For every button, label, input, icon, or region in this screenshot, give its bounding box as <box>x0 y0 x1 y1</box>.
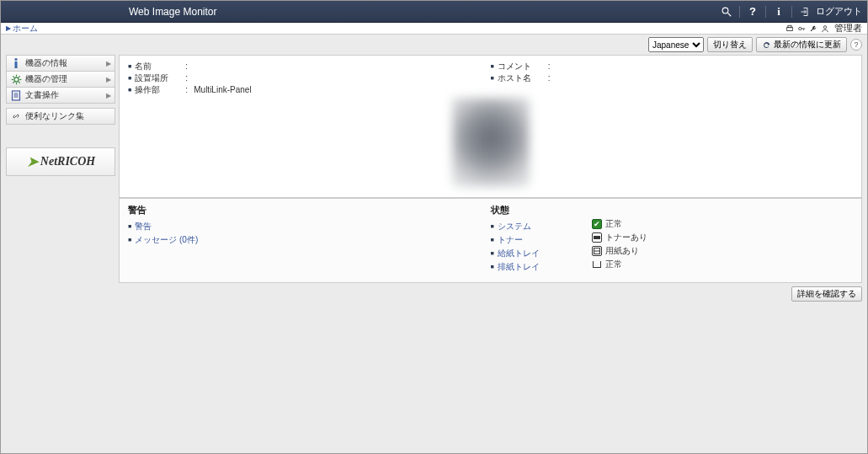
header-actions: ? i ログアウト <box>719 4 867 19</box>
status-title: 状態 <box>491 204 592 216</box>
main: ■名前: ■設置場所: ■操作部:MultiLink-Panel ■コメント: … <box>119 55 867 453</box>
app-window: Web Image Monitor ? i ログアウト ▶ ホーム <box>0 0 868 454</box>
kv-row: ■ホスト名: <box>491 72 854 84</box>
status-states: ✔ 正常 トナーあり 用 <box>592 204 647 274</box>
alerts-title: 警告 <box>128 204 491 216</box>
state-label: 正常 <box>605 217 622 231</box>
alert-messages-link[interactable]: ■メッセージ (0件) <box>128 233 491 247</box>
kv-row: ■操作部:MultiLink-Panel <box>128 84 491 96</box>
info-icon[interactable]: i <box>771 4 786 19</box>
divider <box>739 6 740 18</box>
status-col: 状態 ■システム ■トナー ■給紙トレイ ■排紙トレイ ✔ 正常 <box>491 204 854 274</box>
sidebar-item-label: 便利なリンク集 <box>25 110 84 122</box>
svg-rect-3 <box>788 25 791 28</box>
info-col-left: ■名前: ■設置場所: ■操作部:MultiLink-Panel <box>128 61 491 96</box>
sidebar: 機器の情報 ▶ 機器の管理 ▶ 文書操作 ▶ <box>1 55 119 453</box>
status-ok-icon: ✔ <box>592 219 602 229</box>
alerts-col: 警告 ■警告 ■メッセージ (0件) <box>128 204 491 274</box>
status-system-link[interactable]: ■システム <box>491 220 592 233</box>
svg-point-8 <box>14 58 17 61</box>
svg-rect-23 <box>594 236 600 239</box>
state-label: 正常 <box>605 258 622 271</box>
info-columns: ■名前: ■設置場所: ■操作部:MultiLink-Panel ■コメント: … <box>128 61 853 96</box>
kv-key: ホスト名 <box>498 72 548 84</box>
brand-logo[interactable]: ➤ NetRICOH <box>6 147 115 176</box>
switch-button[interactable]: 切り替え <box>707 37 753 52</box>
state-row: 正常 <box>592 258 647 271</box>
info-col-right: ■コメント: ■ホスト名: <box>491 61 854 96</box>
kv-row: ■設置場所: <box>128 72 491 84</box>
device-image <box>452 98 530 187</box>
details-button[interactable]: 詳細を確認する <box>791 286 862 302</box>
svg-rect-9 <box>15 61 18 68</box>
svg-point-4 <box>799 27 801 29</box>
state-row: 用紙あり <box>592 244 647 258</box>
state-label: 用紙あり <box>605 244 639 258</box>
sidebar-item-device-info[interactable]: 機器の情報 ▶ <box>6 55 115 72</box>
svg-point-10 <box>13 77 18 81</box>
swoosh-icon: ➤ <box>26 152 39 171</box>
kv-key: 設置場所 <box>135 72 185 84</box>
wrench-icon[interactable] <box>809 24 817 33</box>
breadcrumb[interactable]: ▶ ホーム <box>1 23 38 35</box>
status-input-tray-link[interactable]: ■給紙トレイ <box>491 247 592 260</box>
footer-row: 詳細を確認する <box>119 283 862 302</box>
logout-link[interactable]: ログアウト <box>797 4 862 19</box>
sidebar-item-label: 機器の管理 <box>25 73 67 85</box>
info-icon <box>10 57 22 69</box>
svg-line-16 <box>19 82 19 83</box>
state-label: トナーあり <box>605 231 647 244</box>
alert-link[interactable]: ■警告 <box>128 220 491 233</box>
breadcrumb-arrow-icon: ▶ <box>6 24 11 32</box>
toolbar: Japanese 切り替え 最新の情報に更新 ? <box>1 35 867 55</box>
toolbar-help-icon[interactable]: ? <box>850 39 862 51</box>
body: 機器の情報 ▶ 機器の管理 ▶ 文書操作 ▶ <box>1 55 867 453</box>
refresh-icon <box>762 40 771 50</box>
key-icon[interactable] <box>797 24 806 33</box>
status-toner-link[interactable]: ■トナー <box>491 233 592 247</box>
user-icon[interactable] <box>821 24 829 33</box>
brand-logo-text: NetRICOH <box>40 155 95 168</box>
toner-icon <box>592 232 602 243</box>
kv-key: 操作部 <box>135 84 185 96</box>
details-label: 詳細を確認する <box>797 288 856 300</box>
divider <box>791 6 792 18</box>
kv-row: ■コメント: <box>491 61 854 72</box>
paper-icon <box>592 246 602 256</box>
kv-key: コメント <box>498 61 548 72</box>
header-bar: Web Image Monitor ? i ログアウト <box>1 1 867 23</box>
state-row: ✔ 正常 <box>592 217 647 231</box>
user-row: 管理者 <box>785 22 867 35</box>
sidebar-item-document[interactable]: 文書操作 ▶ <box>6 87 115 104</box>
chevron-right-icon: ▶ <box>106 76 111 83</box>
chevron-right-icon: ▶ <box>106 60 111 67</box>
help-icon[interactable]: ? <box>745 4 760 19</box>
subheader: ▶ ホーム 管理者 <box>1 23 867 35</box>
print-icon[interactable] <box>785 24 794 33</box>
chevron-right-icon: ▶ <box>106 92 111 99</box>
app-title: Web Image Monitor <box>129 6 217 18</box>
sidebar-item-links[interactable]: 便利なリンク集 <box>6 108 115 125</box>
sidebar-item-device-manage[interactable]: 機器の管理 ▶ <box>6 71 115 88</box>
status-panel: 警告 ■警告 ■メッセージ (0件) 状態 ■システム ■トナー ■給紙トレイ … <box>119 198 862 283</box>
language-select[interactable]: Japanese <box>648 37 704 52</box>
status-list: 状態 ■システム ■トナー ■給紙トレイ ■排紙トレイ <box>491 204 592 274</box>
switch-label: 切り替え <box>713 39 747 51</box>
search-icon[interactable] <box>719 4 734 19</box>
user-role: 管理者 <box>834 22 862 35</box>
svg-point-7 <box>823 25 826 28</box>
refresh-label: 最新の情報に更新 <box>774 39 841 51</box>
document-icon <box>10 89 22 101</box>
refresh-button[interactable]: 最新の情報に更新 <box>756 37 847 52</box>
logout-icon <box>797 4 812 19</box>
breadcrumb-home: ホーム <box>13 23 38 35</box>
link-icon <box>10 110 22 122</box>
kv-val: MultiLink-Panel <box>194 84 251 96</box>
kv-row: ■名前: <box>128 61 491 72</box>
gear-icon <box>10 73 22 85</box>
status-output-tray-link[interactable]: ■排紙トレイ <box>491 260 592 274</box>
svg-line-1 <box>728 13 732 16</box>
sidebar-menu: 機器の情報 ▶ 機器の管理 ▶ 文書操作 ▶ <box>6 55 115 125</box>
svg-point-0 <box>722 8 728 13</box>
state-row: トナーあり <box>592 231 647 244</box>
